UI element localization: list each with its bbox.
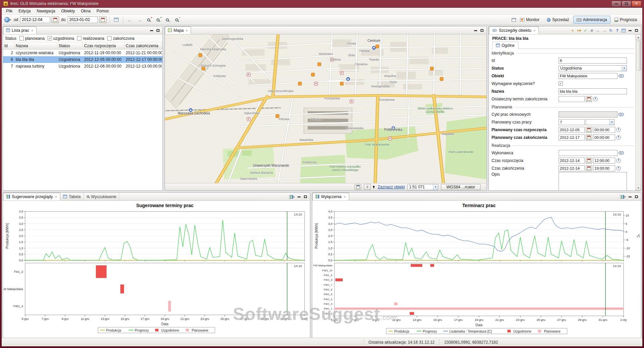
tab-szczegoly-obiektu[interactable]: Szczegóły obiektu × — [489, 26, 539, 34]
validate-button[interactable]: ✓ — [583, 28, 587, 33]
perspective-prognoza-button[interactable]: Prognoza — [611, 16, 640, 24]
binoculars-icon[interactable] — [619, 113, 624, 116]
table-row[interactable]: 2czyszczenie wiatrakaUzgodniona2012-11-1… — [3, 50, 163, 56]
view-menu-button[interactable] — [622, 28, 626, 33]
field-obiekt[interactable] — [559, 73, 618, 79]
field-planowany-czas-zakończenia-date[interactable] — [559, 135, 585, 141]
table-row[interactable]: 7naprawa turbinyUzgodniona2012-12-06 00:… — [3, 63, 163, 70]
field-opis[interactable] — [559, 172, 627, 190]
zoom-extent-button[interactable] — [164, 16, 172, 24]
field-planowany-czas-pracy-unit[interactable]: ▾ — [586, 119, 615, 125]
close-window-button[interactable]: × — [632, 1, 641, 7]
menu-pomoc[interactable]: Pomoc — [93, 8, 112, 14]
column-header-1[interactable]: Nazwa — [14, 42, 57, 49]
help-button[interactable]: ? — [615, 28, 619, 33]
tab-sugerowane-przeglady[interactable]: Sugerowane przeglądy × — [3, 193, 60, 200]
maximize-view-button[interactable] — [156, 28, 160, 33]
map-projection-button[interactable]: WGS84 ...rcator — [441, 184, 480, 190]
field-planowany-czas-rozpoczęcia-time[interactable] — [593, 127, 615, 133]
tab-mapa[interactable]: Mapa × — [165, 26, 191, 34]
map-draw-button[interactable] — [355, 184, 361, 190]
close-icon[interactable]: × — [185, 28, 188, 32]
chart-settings-button[interactable]: ▾ — [620, 194, 626, 199]
maximize-window-button[interactable] — [622, 1, 631, 7]
field-czas-zakończenia-date[interactable] — [559, 165, 585, 171]
add-item-menu-button[interactable]: +▾ — [577, 28, 581, 33]
scroll-down-icon[interactable]: ▼ — [636, 185, 641, 190]
field-planowany-czas-rozpoczęcia-date[interactable] — [559, 127, 585, 133]
scrollbar-thumb[interactable] — [636, 40, 641, 71]
zoom-reset-button[interactable]: × — [145, 16, 153, 24]
field-czas-rozpoczęcia-date[interactable] — [559, 158, 585, 164]
scope-button[interactable]: ▾ — [4, 16, 12, 24]
forward-button[interactable]: → — [602, 28, 606, 33]
select-object-link[interactable]: Zaznacz obiekt — [378, 185, 405, 189]
filter-checkbox-zakończona[interactable] — [107, 36, 112, 40]
minimize-view-button[interactable] — [297, 194, 301, 199]
field-id[interactable] — [559, 58, 627, 64]
field-cykl-prac-okresowych[interactable] — [559, 111, 618, 117]
date-from-input[interactable] — [20, 16, 50, 23]
field-czas-zakończenia-time[interactable] — [593, 165, 615, 171]
date-to-calendar-button[interactable] — [99, 16, 107, 23]
column-header-3[interactable]: Czas rozpoczęcia — [83, 42, 124, 49]
chart-sugerowane[interactable]: Sugerowane terminy prac0,00,51,01,52,02,… — [4, 201, 309, 336]
maximize-view-button[interactable] — [480, 28, 484, 33]
clock-icon[interactable] — [616, 166, 621, 171]
minimize-view-button[interactable] — [149, 28, 153, 33]
menu-obiekty[interactable]: Obiekty — [58, 8, 78, 14]
field-planowany-czas-zakończenia-time[interactable] — [593, 135, 615, 141]
map-scale-combo[interactable]: 1:51 071 ▾ — [407, 184, 438, 190]
clock-icon[interactable] — [616, 127, 621, 132]
field-checkbox-wymagane-wyłączenie-[interactable]: ✓ — [559, 81, 563, 86]
scroll-up-icon[interactable]: ▲ — [636, 34, 641, 40]
menu-edycja[interactable]: Edycja — [15, 8, 34, 14]
back-button[interactable]: ← — [596, 28, 600, 33]
zoom-out-button[interactable]: − — [173, 16, 181, 24]
calendar-button[interactable] — [586, 165, 592, 171]
calendar-button[interactable] — [586, 96, 592, 102]
chart-terminarz[interactable]: Terminarz prac0,00,51,01,52,02,53,03,54,… — [313, 201, 640, 337]
clock-icon[interactable] — [593, 97, 598, 101]
minimize-view-button[interactable] — [473, 28, 477, 33]
clock-icon[interactable] — [616, 135, 621, 140]
field-nazwa[interactable] — [559, 88, 627, 94]
perspective-icon[interactable] — [512, 17, 516, 22]
tab-wyszukiwanie[interactable]: Wyszukiwanie — [84, 193, 120, 200]
column-header-4[interactable]: Czas zakończenia — [124, 42, 162, 49]
add-item-button[interactable]: + — [571, 28, 575, 33]
column-header-2[interactable]: Status — [57, 42, 83, 49]
chart-settings-button[interactable]: ▾ — [289, 194, 295, 199]
binoculars-icon[interactable] — [619, 74, 624, 77]
minimize-view-button[interactable] — [628, 28, 632, 33]
maximize-view-button[interactable] — [303, 194, 307, 199]
close-icon[interactable]: × — [533, 28, 536, 32]
map-canvas[interactable]: +++++++ LudwikiMarcina KasprzakaSiedmiog… — [165, 34, 487, 183]
tab-tabela[interactable]: Tabela — [60, 193, 83, 200]
filter-checkbox-uzgodniona[interactable]: ✓ — [48, 36, 52, 40]
close-icon[interactable]: × — [55, 195, 57, 199]
tab-wylaczenia[interactable]: Wyłączenia × — [312, 193, 349, 200]
date-to-input[interactable] — [68, 16, 98, 23]
forward-button[interactable]: → — [135, 16, 143, 24]
field-wykonawca[interactable] — [559, 150, 618, 156]
resize-grip[interactable] — [637, 338, 642, 346]
field-ostateczny-termin-zakończenia-date[interactable] — [559, 96, 585, 102]
disable-button[interactable]: ⊘ — [590, 28, 594, 33]
perspective-sprzedaz-button[interactable]: Sprzedaż — [543, 16, 573, 24]
calendar-button[interactable] — [586, 135, 592, 141]
back-button[interactable]: ← — [126, 16, 134, 24]
filter-checkbox-planowana[interactable] — [19, 36, 24, 40]
calendar-button[interactable] — [586, 158, 592, 164]
maximize-view-button[interactable] — [634, 194, 638, 199]
menu-plik[interactable]: Plik — [3, 8, 15, 14]
title-bar[interactable]: 4 4res: GLB Wirtualna elektrownia: FW Ma… — [1, 0, 643, 7]
zoom-in-button[interactable]: + — [154, 16, 162, 24]
minimize-window-button[interactable] — [611, 1, 621, 7]
minimize-view-button[interactable] — [628, 194, 632, 199]
date-from-calendar-button[interactable] — [52, 16, 59, 23]
tab-ogolne[interactable]: Ogólne — [492, 41, 518, 49]
field-status[interactable]: Uzgodniona▾ — [559, 65, 627, 71]
clock-icon[interactable] — [616, 158, 621, 163]
binoculars-icon[interactable] — [619, 151, 624, 154]
